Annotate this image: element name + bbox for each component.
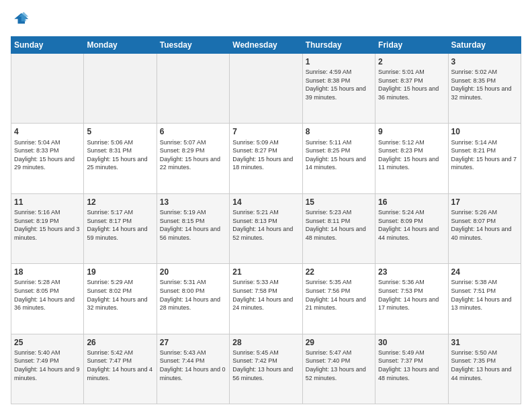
calendar-cell: 23Sunrise: 5:36 AM Sunset: 7:53 PM Dayli… — [375, 264, 448, 334]
calendar-cell: 22Sunrise: 5:35 AM Sunset: 7:56 PM Dayli… — [302, 264, 375, 334]
weekday-header-tuesday: Tuesday — [157, 37, 229, 54]
day-number: 8 — [306, 126, 372, 137]
calendar-cell: 18Sunrise: 5:28 AM Sunset: 8:05 PM Dayli… — [11, 264, 84, 334]
day-number: 4 — [14, 126, 81, 137]
calendar-cell: 1Sunrise: 4:59 AM Sunset: 8:38 PM Daylig… — [302, 54, 375, 124]
calendar-cell: 14Sunrise: 5:21 AM Sunset: 8:13 PM Dayli… — [230, 193, 302, 263]
calendar-cell: 20Sunrise: 5:31 AM Sunset: 8:00 PM Dayli… — [157, 264, 229, 334]
day-number: 3 — [451, 56, 518, 67]
calendar-cell: 7Sunrise: 5:09 AM Sunset: 8:27 PM Daylig… — [230, 124, 302, 193]
calendar-cell: 5Sunrise: 5:06 AM Sunset: 8:31 PM Daylig… — [84, 124, 157, 193]
calendar-cell: 8Sunrise: 5:11 AM Sunset: 8:25 PM Daylig… — [302, 124, 375, 193]
calendar-cell — [84, 54, 157, 124]
week-row-1: 1Sunrise: 4:59 AM Sunset: 8:38 PM Daylig… — [11, 54, 521, 124]
calendar-cell: 17Sunrise: 5:26 AM Sunset: 8:07 PM Dayli… — [448, 193, 521, 263]
week-row-4: 18Sunrise: 5:28 AM Sunset: 8:05 PM Dayli… — [11, 264, 521, 334]
day-info: Sunrise: 5:19 AM Sunset: 8:15 PM Dayligh… — [160, 208, 226, 242]
header — [11, 11, 521, 30]
calendar-cell: 4Sunrise: 5:04 AM Sunset: 8:33 PM Daylig… — [11, 124, 84, 193]
calendar-cell: 30Sunrise: 5:49 AM Sunset: 7:37 PM Dayli… — [375, 334, 448, 404]
day-number: 28 — [232, 337, 299, 348]
calendar-cell: 9Sunrise: 5:12 AM Sunset: 8:23 PM Daylig… — [375, 124, 448, 193]
day-info: Sunrise: 5:35 AM Sunset: 7:56 PM Dayligh… — [306, 278, 372, 312]
day-number: 7 — [232, 126, 299, 137]
day-number: 17 — [451, 197, 518, 208]
week-row-3: 11Sunrise: 5:16 AM Sunset: 8:19 PM Dayli… — [11, 193, 521, 263]
day-info: Sunrise: 5:11 AM Sunset: 8:25 PM Dayligh… — [306, 138, 372, 172]
calendar-cell: 29Sunrise: 5:47 AM Sunset: 7:40 PM Dayli… — [302, 334, 375, 404]
week-row-5: 25Sunrise: 5:40 AM Sunset: 7:49 PM Dayli… — [11, 334, 521, 404]
day-number: 24 — [451, 267, 518, 277]
weekday-header-wednesday: Wednesday — [230, 37, 302, 54]
day-info: Sunrise: 5:31 AM Sunset: 8:00 PM Dayligh… — [160, 278, 226, 312]
calendar-cell: 16Sunrise: 5:24 AM Sunset: 8:09 PM Dayli… — [375, 193, 448, 263]
day-number: 19 — [87, 267, 153, 277]
day-info: Sunrise: 5:43 AM Sunset: 7:44 PM Dayligh… — [160, 349, 226, 382]
weekday-header-sunday: Sunday — [11, 37, 84, 54]
day-number: 12 — [87, 197, 153, 208]
day-number: 1 — [306, 56, 372, 67]
day-info: Sunrise: 5:36 AM Sunset: 7:53 PM Dayligh… — [378, 278, 445, 312]
day-number: 2 — [378, 56, 445, 67]
calendar-cell: 21Sunrise: 5:33 AM Sunset: 7:58 PM Dayli… — [230, 264, 302, 334]
weekday-header-friday: Friday — [375, 37, 448, 54]
calendar-cell: 2Sunrise: 5:01 AM Sunset: 8:37 PM Daylig… — [375, 54, 448, 124]
day-number: 10 — [451, 126, 518, 137]
day-number: 13 — [160, 197, 226, 208]
calendar-cell: 24Sunrise: 5:38 AM Sunset: 7:51 PM Dayli… — [448, 264, 521, 334]
day-info: Sunrise: 5:45 AM Sunset: 7:42 PM Dayligh… — [232, 349, 299, 382]
day-info: Sunrise: 5:26 AM Sunset: 8:07 PM Dayligh… — [451, 208, 518, 242]
calendar-cell: 25Sunrise: 5:40 AM Sunset: 7:49 PM Dayli… — [11, 334, 84, 404]
day-number: 5 — [87, 126, 153, 137]
day-number: 27 — [160, 337, 226, 348]
calendar-cell: 13Sunrise: 5:19 AM Sunset: 8:15 PM Dayli… — [157, 193, 229, 263]
calendar-cell: 3Sunrise: 5:02 AM Sunset: 8:35 PM Daylig… — [448, 54, 521, 124]
calendar-cell — [11, 54, 84, 124]
day-info: Sunrise: 5:09 AM Sunset: 8:27 PM Dayligh… — [232, 138, 299, 172]
calendar-cell — [230, 54, 302, 124]
day-info: Sunrise: 4:59 AM Sunset: 8:38 PM Dayligh… — [306, 68, 372, 101]
day-number: 26 — [87, 337, 153, 348]
day-number: 29 — [306, 337, 372, 348]
calendar-cell — [157, 54, 229, 124]
calendar-table: SundayMondayTuesdayWednesdayThursdayFrid… — [11, 36, 521, 404]
day-info: Sunrise: 5:01 AM Sunset: 8:37 PM Dayligh… — [378, 68, 445, 101]
day-info: Sunrise: 5:24 AM Sunset: 8:09 PM Dayligh… — [378, 208, 445, 242]
weekday-header-thursday: Thursday — [302, 37, 375, 54]
day-info: Sunrise: 5:50 AM Sunset: 7:35 PM Dayligh… — [451, 349, 518, 382]
day-number: 31 — [451, 337, 518, 348]
day-info: Sunrise: 5:42 AM Sunset: 7:47 PM Dayligh… — [87, 349, 153, 382]
day-info: Sunrise: 5:07 AM Sunset: 8:29 PM Dayligh… — [160, 138, 226, 172]
day-number: 22 — [306, 267, 372, 277]
day-info: Sunrise: 5:16 AM Sunset: 8:19 PM Dayligh… — [14, 208, 81, 242]
day-info: Sunrise: 5:12 AM Sunset: 8:23 PM Dayligh… — [378, 138, 445, 172]
calendar-cell: 12Sunrise: 5:17 AM Sunset: 8:17 PM Dayli… — [84, 193, 157, 263]
day-number: 30 — [378, 337, 445, 348]
day-info: Sunrise: 5:14 AM Sunset: 8:21 PM Dayligh… — [451, 138, 518, 172]
day-number: 18 — [14, 267, 81, 277]
day-number: 25 — [14, 337, 81, 348]
day-number: 11 — [14, 197, 81, 208]
day-number: 14 — [232, 197, 299, 208]
day-info: Sunrise: 5:17 AM Sunset: 8:17 PM Dayligh… — [87, 208, 153, 242]
day-number: 23 — [378, 267, 445, 277]
day-number: 9 — [378, 126, 445, 137]
day-number: 20 — [160, 267, 226, 277]
calendar-cell: 10Sunrise: 5:14 AM Sunset: 8:21 PM Dayli… — [448, 124, 521, 193]
page: SundayMondayTuesdayWednesdayThursdayFrid… — [0, 0, 532, 411]
weekday-header-row: SundayMondayTuesdayWednesdayThursdayFrid… — [11, 37, 521, 54]
day-info: Sunrise: 5:23 AM Sunset: 8:11 PM Dayligh… — [306, 208, 372, 242]
weekday-header-monday: Monday — [84, 37, 157, 54]
day-info: Sunrise: 5:33 AM Sunset: 7:58 PM Dayligh… — [232, 278, 299, 312]
day-info: Sunrise: 5:29 AM Sunset: 8:02 PM Dayligh… — [87, 278, 153, 312]
day-number: 6 — [160, 126, 226, 137]
day-info: Sunrise: 5:49 AM Sunset: 7:37 PM Dayligh… — [378, 349, 445, 382]
calendar-cell: 6Sunrise: 5:07 AM Sunset: 8:29 PM Daylig… — [157, 124, 229, 193]
day-number: 16 — [378, 197, 445, 208]
day-info: Sunrise: 5:02 AM Sunset: 8:35 PM Dayligh… — [451, 68, 518, 101]
logo — [11, 11, 32, 30]
day-info: Sunrise: 5:40 AM Sunset: 7:49 PM Dayligh… — [14, 349, 81, 382]
day-number: 21 — [232, 267, 299, 277]
calendar-cell: 11Sunrise: 5:16 AM Sunset: 8:19 PM Dayli… — [11, 193, 84, 263]
calendar-cell: 26Sunrise: 5:42 AM Sunset: 7:47 PM Dayli… — [84, 334, 157, 404]
